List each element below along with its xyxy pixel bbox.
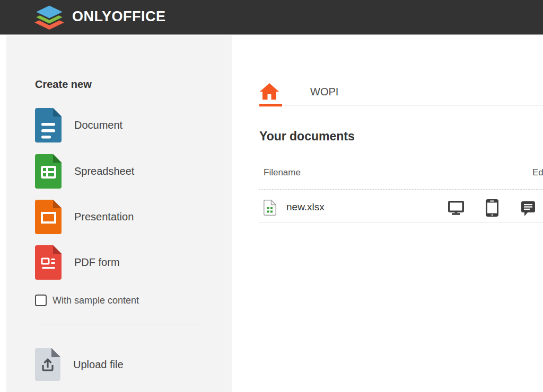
pdf-form-icon [35, 245, 62, 280]
wopi-example-page: ONLYOFFICE Create new Document [0, 0, 543, 392]
create-pdf-form-button[interactable]: PDF form [35, 245, 120, 280]
create-presentation-button[interactable]: Presentation [35, 200, 134, 234]
sample-content-checkbox[interactable] [35, 295, 47, 306]
active-tab-underline [259, 104, 282, 106]
presentation-icon [35, 200, 62, 234]
filename-link[interactable]: new.xlsx [286, 201, 325, 213]
tab-home[interactable] [259, 83, 279, 100]
comment-icon[interactable] [521, 201, 535, 216]
mobile-editor-icon[interactable] [486, 199, 498, 217]
column-header-filename: Filename [264, 167, 301, 178]
tab-bar-divider [259, 105, 543, 105]
create-new-sidebar: Create new Document [6, 35, 232, 392]
spreadsheet-icon [35, 154, 62, 189]
table-row: new.xlsx [259, 190, 543, 222]
create-document-button[interactable]: Document [35, 108, 122, 142]
sidebar-divider [35, 325, 205, 325]
home-icon [259, 83, 279, 100]
sample-content-label: With sample content [52, 295, 139, 306]
app-header: ONLYOFFICE [0, 0, 543, 35]
sidebar-item-label: Spreadsheet [74, 165, 134, 177]
column-header-editors: Editors [532, 167, 543, 178]
page-title: Your documents [259, 129, 355, 144]
sample-content-option[interactable]: With sample content [35, 295, 139, 306]
table-row-divider [259, 222, 543, 223]
brand-title: ONLYOFFICE [72, 8, 166, 25]
tab-wopi[interactable]: WOPI [310, 86, 338, 98]
desktop-editor-icon[interactable] [448, 201, 464, 215]
onlyoffice-logo-icon [33, 5, 65, 30]
sidebar-title: Create new [35, 78, 92, 91]
sidebar-item-label: Document [74, 119, 122, 131]
upload-file-button[interactable]: Upload file [35, 348, 124, 381]
sidebar-item-label: Presentation [74, 211, 134, 223]
create-spreadsheet-button[interactable]: Spreadsheet [35, 154, 134, 189]
xlsx-file-icon [264, 200, 276, 216]
sidebar-item-label: PDF form [74, 256, 120, 269]
upload-icon [35, 348, 60, 381]
upload-file-label: Upload file [73, 359, 124, 371]
document-icon [35, 108, 62, 142]
